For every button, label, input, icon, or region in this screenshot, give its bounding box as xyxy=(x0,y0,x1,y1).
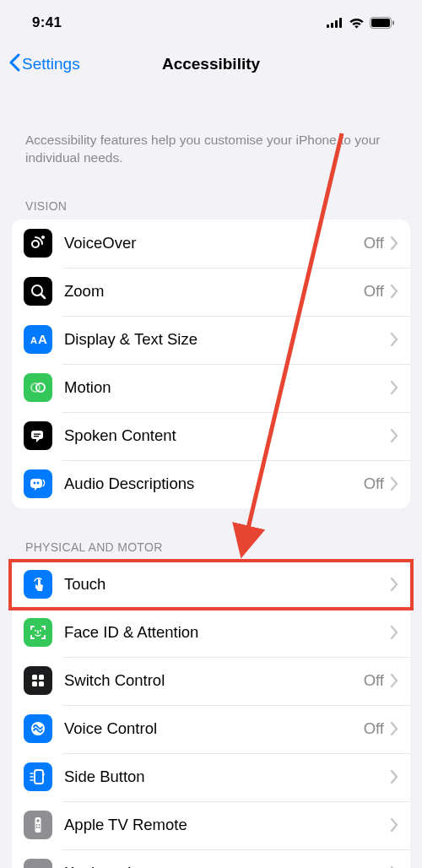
svg-rect-1 xyxy=(331,23,333,28)
apple-tv-remote-icon xyxy=(24,811,52,839)
chevron-right-icon xyxy=(391,722,398,735)
back-button[interactable]: Settings xyxy=(8,53,80,76)
svg-point-21 xyxy=(35,630,36,632)
motion-icon xyxy=(24,373,52,402)
svg-rect-6 xyxy=(392,21,394,25)
svg-rect-5 xyxy=(371,19,390,27)
nav-bar: Settings Accessibility xyxy=(0,46,422,83)
faceid-icon xyxy=(24,618,52,647)
row-value: Off xyxy=(364,475,384,493)
svg-point-20 xyxy=(37,482,40,485)
row-label: VoiceOver xyxy=(64,234,364,252)
svg-rect-25 xyxy=(39,675,44,680)
voice-control-icon xyxy=(24,714,52,743)
chevron-right-icon xyxy=(391,381,398,394)
row-label: Touch xyxy=(64,575,384,594)
row-motion[interactable]: Motion xyxy=(12,364,410,412)
chevron-right-icon xyxy=(391,429,398,442)
chevron-right-icon xyxy=(391,333,398,346)
row-value: Off xyxy=(364,282,384,301)
row-zoom[interactable]: Zoom Off xyxy=(12,268,410,316)
row-value: Off xyxy=(364,671,384,690)
svg-point-19 xyxy=(34,482,36,485)
svg-point-34 xyxy=(39,824,41,826)
row-switch-control[interactable]: Switch Control Off xyxy=(12,657,410,705)
row-voiceover[interactable]: VoiceOver Off xyxy=(12,220,410,268)
row-spoken-content[interactable]: Spoken Content xyxy=(12,412,410,460)
svg-point-7 xyxy=(32,241,39,247)
svg-rect-30 xyxy=(43,773,45,776)
svg-rect-15 xyxy=(31,431,43,439)
status-indicators xyxy=(327,17,395,29)
touch-icon xyxy=(24,570,52,599)
svg-rect-27 xyxy=(39,681,44,686)
chevron-right-icon xyxy=(391,674,398,687)
row-label: Voice Control xyxy=(64,719,364,738)
side-button-icon xyxy=(24,762,52,791)
section-header-vision: VISION xyxy=(0,182,422,220)
svg-rect-24 xyxy=(32,675,37,680)
intro-text: Accessibility features help you customis… xyxy=(0,83,422,182)
cellular-icon xyxy=(327,18,344,28)
row-side-button[interactable]: Side Button xyxy=(12,753,410,801)
svg-rect-0 xyxy=(327,24,329,28)
voiceover-icon xyxy=(24,229,52,258)
svg-text:A: A xyxy=(30,335,37,345)
svg-point-22 xyxy=(40,630,41,632)
chevron-left-icon xyxy=(8,53,20,76)
status-bar: 9:41 xyxy=(0,0,422,46)
svg-point-35 xyxy=(36,827,38,828)
svg-rect-18 xyxy=(30,479,42,488)
wifi-icon xyxy=(349,18,365,29)
svg-text:A: A xyxy=(38,332,47,346)
row-label: Apple TV Remote xyxy=(64,816,384,834)
chevron-right-icon xyxy=(391,626,398,639)
audio-descriptions-icon xyxy=(24,469,52,498)
row-label: Display & Text Size xyxy=(64,330,384,349)
svg-rect-29 xyxy=(35,770,43,784)
row-label: Spoken Content xyxy=(64,426,384,445)
svg-point-32 xyxy=(36,820,39,822)
row-touch[interactable]: Touch xyxy=(12,561,410,609)
chevron-right-icon xyxy=(391,285,398,298)
svg-line-10 xyxy=(41,295,45,298)
row-label: Keyboards xyxy=(64,864,384,868)
keyboards-icon xyxy=(24,859,52,868)
zoom-icon xyxy=(24,277,52,306)
chevron-right-icon xyxy=(391,236,398,250)
physical-group: Touch Face ID & Attention Switch Control… xyxy=(12,561,410,868)
battery-icon xyxy=(370,17,395,29)
row-apple-tv-remote[interactable]: Apple TV Remote xyxy=(12,801,410,849)
row-display-text-size[interactable]: AA Display & Text Size xyxy=(12,316,410,364)
svg-rect-17 xyxy=(34,436,39,437)
section-header-physical: PHYSICAL AND MOTOR xyxy=(0,508,422,561)
chevron-right-icon xyxy=(391,578,398,591)
row-label: Face ID & Attention xyxy=(64,623,384,642)
status-time: 9:41 xyxy=(32,14,62,31)
svg-rect-2 xyxy=(335,20,338,28)
svg-point-36 xyxy=(39,827,41,828)
back-label: Settings xyxy=(22,55,80,73)
row-label: Motion xyxy=(64,378,384,397)
row-value: Off xyxy=(364,719,384,738)
svg-point-33 xyxy=(36,824,38,826)
svg-rect-16 xyxy=(34,434,41,435)
row-label: Side Button xyxy=(64,768,384,786)
vision-group: VoiceOver Off Zoom Off AA Display & Text… xyxy=(12,220,410,508)
svg-point-28 xyxy=(31,722,45,735)
row-value: Off xyxy=(364,234,384,252)
chevron-right-icon xyxy=(391,770,398,784)
row-faceid-attention[interactable]: Face ID & Attention xyxy=(12,609,410,657)
text-size-icon: AA xyxy=(24,325,52,354)
svg-rect-3 xyxy=(339,18,342,28)
row-label: Switch Control xyxy=(64,671,364,690)
chevron-right-icon xyxy=(391,477,398,491)
switch-control-icon xyxy=(24,666,52,695)
row-keyboards[interactable]: Keyboards xyxy=(12,849,410,868)
spoken-content-icon xyxy=(24,421,52,450)
chevron-right-icon xyxy=(391,818,398,832)
row-audio-descriptions[interactable]: Audio Descriptions Off xyxy=(12,460,410,508)
row-voice-control[interactable]: Voice Control Off xyxy=(12,705,410,753)
row-label: Zoom xyxy=(64,282,364,301)
row-label: Audio Descriptions xyxy=(64,475,364,493)
